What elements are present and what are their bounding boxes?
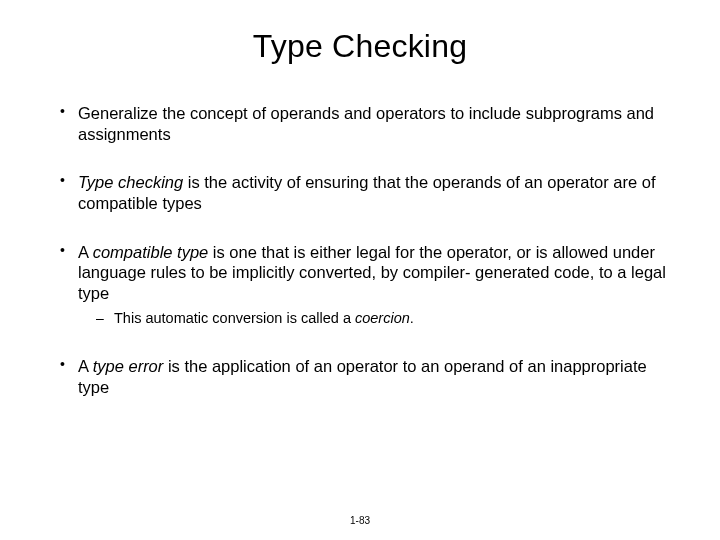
bullet-item: A type error is the application of an op…	[60, 356, 680, 397]
bullet-text: Generalize the concept of operands and o…	[78, 104, 654, 143]
bullet-em: Type checking	[78, 173, 183, 191]
sub-bullet-text: .	[410, 310, 414, 326]
sub-bullet-em: coercion	[355, 310, 410, 326]
slide: Type Checking Generalize the concept of …	[0, 0, 720, 540]
bullet-item: A compatible type is one that is either …	[60, 242, 680, 329]
bullet-text: is the application of an operator to an …	[78, 357, 647, 396]
bullet-em: compatible type	[93, 243, 209, 261]
bullet-list: Generalize the concept of operands and o…	[40, 103, 680, 397]
bullet-item: Type checking is the activity of ensurin…	[60, 172, 680, 213]
bullet-item: Generalize the concept of operands and o…	[60, 103, 680, 144]
sub-bullet-text: This automatic conversion is called a	[114, 310, 355, 326]
sub-bullet-item: This automatic conversion is called a co…	[96, 309, 680, 328]
bullet-em: type error	[93, 357, 164, 375]
slide-title: Type Checking	[40, 28, 680, 65]
bullet-text: A	[78, 357, 93, 375]
sub-bullet-list: This automatic conversion is called a co…	[78, 309, 680, 328]
bullet-text: A	[78, 243, 93, 261]
slide-number: 1-83	[0, 515, 720, 526]
